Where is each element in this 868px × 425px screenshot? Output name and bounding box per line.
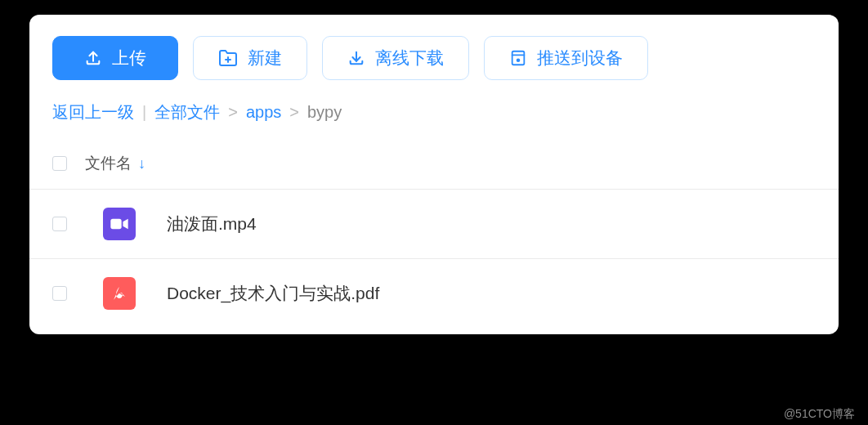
pdf-file-icon <box>103 277 136 310</box>
toolbar: 上传 新建 离线下载 推送到设备 <box>29 15 839 90</box>
svg-rect-4 <box>512 51 525 65</box>
select-all-checkbox[interactable] <box>52 156 67 171</box>
breadcrumb-divider: | <box>142 103 146 122</box>
upload-icon <box>84 49 102 67</box>
folder-plus-icon <box>218 48 238 68</box>
push-device-button[interactable]: 推送到设备 <box>484 36 648 80</box>
row-checkbox[interactable] <box>52 286 67 301</box>
breadcrumb-root[interactable]: 全部文件 <box>154 101 220 123</box>
chevron-icon: > <box>228 103 238 122</box>
upload-button[interactable]: 上传 <box>52 36 178 80</box>
file-panel: 上传 新建 离线下载 推送到设备 返回上一级 | 全部文件 > apps > b… <box>29 15 839 334</box>
upload-label: 上传 <box>112 47 146 69</box>
breadcrumb: 返回上一级 | 全部文件 > apps > bypy <box>29 90 839 138</box>
device-icon <box>509 49 527 67</box>
video-file-icon <box>103 208 136 240</box>
offline-download-button[interactable]: 离线下载 <box>322 36 469 80</box>
new-label: 新建 <box>248 47 282 69</box>
file-name: Docker_技术入门与实战.pdf <box>167 282 379 305</box>
row-checkbox[interactable] <box>52 217 67 231</box>
watermark: @51CTO博客 <box>784 407 855 422</box>
breadcrumb-segment[interactable]: apps <box>246 103 281 122</box>
offline-download-label: 离线下载 <box>375 47 444 69</box>
column-name-header[interactable]: 文件名 ↓ <box>85 153 145 174</box>
column-name-label: 文件名 <box>85 153 132 174</box>
chevron-icon: > <box>289 103 299 122</box>
sort-arrow-icon: ↓ <box>138 155 145 172</box>
table-row[interactable]: Docker_技术入门与实战.pdf <box>29 259 839 334</box>
push-device-label: 推送到设备 <box>537 47 623 69</box>
breadcrumb-back[interactable]: 返回上一级 <box>52 101 134 123</box>
svg-rect-7 <box>110 219 121 229</box>
table-header: 文件名 ↓ <box>29 138 839 190</box>
new-button[interactable]: 新建 <box>193 36 307 80</box>
file-name: 油泼面.mp4 <box>167 212 257 235</box>
download-icon <box>347 49 365 67</box>
table-row[interactable]: 油泼面.mp4 <box>29 190 839 259</box>
breadcrumb-current: bypy <box>307 103 342 122</box>
svg-point-6 <box>517 58 521 62</box>
